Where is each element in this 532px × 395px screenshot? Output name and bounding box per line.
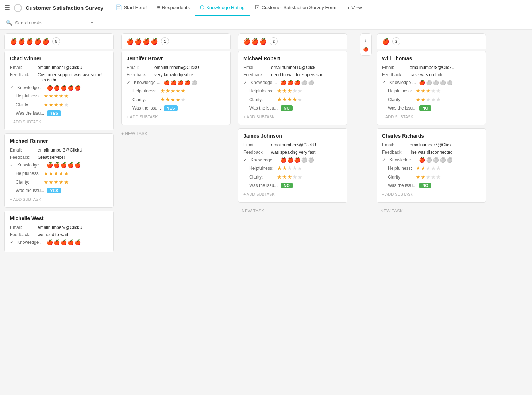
knowledge-label: Knowledge ... [17, 85, 44, 90]
new-task-button[interactable]: + NEW TASK [238, 206, 347, 216]
email-value: emailnumber9@ClickU [38, 225, 82, 230]
add-subtask-button[interactable]: + ADD SUBTASK [382, 191, 481, 198]
add-subtask-button[interactable]: + ADD SUBTASK [10, 196, 108, 203]
knowledge-apples: 🍎🍎🍎🍎🍎 [163, 80, 197, 85]
search-icon: 🔍 [6, 20, 12, 26]
app-container: ☰ Customer Satisfaction Survey 📄 Start H… [0, 0, 532, 392]
loading-spinner [14, 4, 22, 12]
hamburger-icon[interactable]: ☰ [4, 4, 10, 12]
col3-header: 🍎🍎🍎 2 [238, 33, 347, 49]
clarity-stars: ★★★★★ [43, 101, 69, 108]
email-value: emailnumber6@ClickU [271, 142, 316, 147]
issue-label: Was the issu... [16, 111, 44, 116]
helpfulness-stars: ★★★★★ [160, 88, 185, 94]
tab-respondents-label: Respondents [162, 5, 190, 10]
email-label: Email: [243, 142, 268, 147]
feedback-value: need to wait for supervisor [271, 72, 323, 77]
issue-badge: YES [164, 105, 178, 111]
issue-label: Was the issu... [388, 183, 416, 188]
nav-tabs: 📄 Start Here! ≡ Respondents ⬡ Knowledge … [111, 0, 341, 16]
issue-label: Was the issu... [249, 183, 278, 188]
tab-start-label: Start Here! [124, 5, 147, 10]
new-task-button[interactable]: + NEW TASK [377, 206, 486, 216]
email-value: emailnumber10@Click [271, 65, 315, 70]
feedback-value: Great service! [38, 155, 65, 160]
search-input[interactable] [15, 20, 88, 26]
helpfulness-label: Helpfulness: [16, 171, 41, 176]
tab-survey[interactable]: ☑ Customer Satisfaction Survey Form [250, 0, 342, 16]
column-3-apples: 🍎🍎🍎 2 Michael Robert Email: emailnumber1… [238, 33, 347, 216]
task-name: Michael Runner [10, 138, 108, 144]
new-task-button[interactable]: + NEW TASK [121, 128, 231, 139]
task-card: James Johnson Email: emailnumber6@ClickU… [238, 128, 347, 203]
task-name: James Johnson [243, 133, 342, 139]
clarity-label: Clarity: [388, 97, 413, 102]
task-name: Charles Richards [382, 133, 481, 139]
clarity-stars: ★★★★★ [416, 96, 441, 103]
email-value: emailnumber7@ClickU [410, 142, 455, 147]
helpfulness-stars: ★★★★★ [416, 165, 441, 172]
knowledge-label: Knowledge ... [389, 157, 416, 162]
search-dropdown-icon[interactable]: ▾ [91, 20, 93, 25]
issue-badge: YES [47, 188, 61, 193]
clarity-label: Clarity: [16, 102, 41, 107]
clarity-stars: ★★★★★ [43, 179, 69, 185]
helpfulness-label: Helpfulness: [388, 166, 413, 171]
top-nav: ☰ Customer Satisfaction Survey 📄 Start H… [0, 0, 532, 16]
feedback-value: was speaking very fast [271, 150, 315, 155]
helpfulness-stars: ★★★★★ [43, 170, 69, 177]
tab-start[interactable]: 📄 Start Here! [111, 0, 152, 16]
knowledge-apples: 🍎🍎🍎🍎🍎 [419, 80, 453, 85]
add-subtask-button[interactable]: + ADD SUBTASK [243, 113, 342, 120]
knowledge-apples: 🍎🍎🍎🍎🍎 [47, 85, 81, 91]
email-value: emailnumber3@ClickU [38, 147, 82, 153]
feedback-value: very knowledgeable [154, 72, 193, 77]
helpfulness-label: Helpfulness: [132, 88, 157, 93]
task-card: Chad Winner Email: emailnumber1@ClickU F… [4, 51, 114, 130]
expand-icon[interactable]: › [365, 37, 366, 44]
knowledge-label: Knowledge ... [17, 240, 44, 245]
helpfulness-stars: ★★★★★ [43, 93, 69, 99]
column-4-apples: 🍎🍎🍎🍎 1 Jennifer Brown Email: emailnumber… [121, 33, 231, 139]
knowledge-apples: 🍎🍎🍎🍎🍎 [47, 239, 81, 245]
issue-badge: NO [419, 105, 431, 111]
knowledge-apples: 🍎🍎🍎🍎🍎 [419, 157, 453, 163]
col4-collapsed-header[interactable]: › 🍎 [360, 33, 372, 56]
clarity-label: Clarity: [388, 175, 413, 180]
col2-header: 🍎🍎🍎🍎 1 [121, 33, 231, 49]
add-subtask-button[interactable]: + ADD SUBTASK [243, 191, 342, 198]
clarity-label: Clarity: [16, 180, 41, 185]
tab-survey-label: Customer Satisfaction Survey Form [262, 5, 336, 10]
issue-badge: NO [419, 183, 431, 188]
email-label: Email: [127, 65, 151, 70]
tab-knowledge[interactable]: ⬡ Knowledge Rating [195, 0, 250, 16]
add-subtask-button[interactable]: + ADD SUBTASK [10, 118, 108, 126]
col1-header: 🍎🍎🍎🍎🍎 5 [4, 33, 114, 49]
task-card: Michelle West Email: emailnumber9@ClickU… [4, 211, 114, 252]
search-bar: 🔍 ▾ [0, 16, 532, 30]
issue-badge: NO [281, 105, 293, 111]
task-card: Michael Robert Email: emailnumber10@Clic… [238, 51, 347, 125]
task-name: Will Thomas [382, 55, 481, 61]
knowledge-apples: 🍎🍎🍎🍎🍎 [280, 80, 314, 85]
clarity-stars: ★★★★★ [277, 174, 302, 180]
helpfulness-label: Helpfulness: [249, 88, 274, 93]
issue-badge: YES [47, 110, 61, 116]
col2-count: 1 [161, 37, 169, 45]
clarity-stars: ★★★★★ [277, 96, 302, 103]
email-label: Email: [382, 142, 407, 147]
issue-label: Was the issu... [388, 106, 416, 111]
col5-header: 🍎 2 [377, 33, 486, 49]
clarity-label: Clarity: [132, 97, 157, 102]
knowledge-apples: 🍎🍎🍎🍎🍎 [280, 157, 314, 163]
add-subtask-button[interactable]: + ADD SUBTASK [127, 113, 225, 120]
col1-count: 5 [52, 37, 60, 45]
email-label: Email: [10, 147, 35, 153]
add-view-button[interactable]: + View [343, 5, 366, 11]
add-view-label: View [351, 5, 362, 11]
task-card: Jennifer Brown Email: emailnumber5@Click… [121, 51, 231, 125]
knowledge-label: Knowledge ... [389, 80, 416, 85]
tab-respondents[interactable]: ≡ Respondents [152, 0, 195, 16]
tab-survey-icon: ☑ [255, 4, 260, 10]
add-subtask-button[interactable]: + ADD SUBTASK [382, 113, 481, 120]
